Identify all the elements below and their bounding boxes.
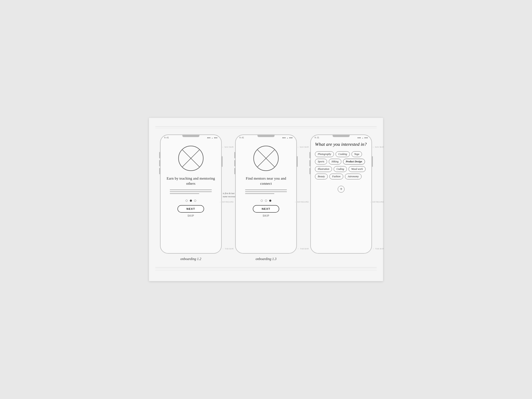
dot-1-2 [190,200,192,202]
dot-2-3 [269,200,271,202]
tag-illustration[interactable]: Illustration [315,166,332,172]
sketch-lines-1 [170,190,212,195]
keyboard-label-2: ← KEYBOARD [295,201,309,203]
screen-2-wrapper: ← NAV BAR ← KEYBOARD ← TAB BAR 9:41 ▪▪▪ … [235,134,297,261]
time-2: 9:41 [239,137,244,139]
signal-icons-1: ▪▪▪ ☁ ▪▪▪ [207,137,217,139]
keyboard-label-3: ← KEYBOARD [370,201,384,203]
pagination-dots-2 [261,200,271,202]
tab-bar-label-1: ← TAB BAR [222,248,234,250]
line-2-2 [245,191,287,192]
time-1: 9:41 [164,137,169,139]
tag-sports[interactable]: Sports [315,159,327,165]
tag-photography[interactable]: Photography [315,151,334,157]
add-interest-button[interactable]: + [338,186,344,193]
phone-frame-1: ← NAV BAR ← KEYBOARD ← TAB BAR 9:41 ▪▪▪ … [160,134,222,254]
notch-2 [258,135,274,137]
screen-3-wrapper: ← NAV BAR ← KEYBOARD ← TAB BAR 9:31 ▪▪▪ … [310,134,372,257]
signal-icons-3: ▪▪▪ ☁ ▪▪▪ [357,137,368,139]
dot-2-1 [261,200,263,202]
tags-container: Photography Cooking Yoga Sports Hiking P… [315,151,367,179]
tag-hiking[interactable]: Hiking [329,159,341,165]
line-3 [170,193,199,194]
line-2 [170,191,212,192]
screens-container: ← NAV BAR ← KEYBOARD ← TAB BAR 9:41 ▪▪▪ … [155,134,377,261]
dot-1-3 [194,200,196,202]
signal-icons-2: ▪▪▪ ☁ ▪▪▪ [282,137,293,139]
tag-yoga[interactable]: Yoga [352,151,362,157]
ruled-line-bottom [155,267,377,267]
nav-bar-label-2: ← NAV BAR [297,146,309,148]
next-button-1[interactable]: NEXT [177,205,204,213]
phone-content-3: What are you interested in? Photography … [311,139,372,197]
nav-bar-label-3: ← NAV BAR [372,146,384,148]
sketch-image-1 [177,145,205,172]
tag-cooking[interactable]: Cooking [336,151,350,157]
sketch-image-2 [252,145,280,172]
skip-button-1[interactable]: SKIP [188,214,194,217]
notch-1 [182,135,199,137]
interests-heading: What are you interested in? [315,141,367,147]
phone-content-2: Find mentors near you and connect NEXT S… [235,139,297,222]
time-3: 9:31 [315,137,319,139]
tag-coding[interactable]: Coding [334,166,347,172]
ruled-line-bottom-3 [155,270,377,271]
tag-wood-work[interactable]: Wood work [348,166,366,172]
page: ← NAV BAR ← KEYBOARD ← TAB BAR 9:41 ▪▪▪ … [149,118,383,281]
tag-beauty[interactable]: Beauty [315,174,328,179]
screen-2-heading: Find mentors near you and connect [240,176,292,186]
pagination-dots-1 [186,200,196,202]
tab-bar-label-2: ← TAB BAR [297,248,309,250]
line-1 [170,190,212,190]
phone-content-1: Earn by teaching and mentoring others NE… [160,139,221,222]
next-button-2[interactable]: NEXT [253,205,279,213]
tag-fashion[interactable]: Fashion [329,174,343,179]
tab-bar-label-3: ← TAB BAR [373,248,384,250]
line-2-3 [245,193,274,194]
screen-label-2: onboarding 1.3 [256,257,276,261]
skip-button-2[interactable]: SKIP [263,214,269,217]
screen-1-wrapper: ← NAV BAR ← KEYBOARD ← TAB BAR 9:41 ▪▪▪ … [160,134,222,261]
tag-product-design[interactable]: Product Design [343,159,365,165]
ruled-line-top-2 [155,128,377,128]
screen-label-1: onboarding 1.2 [180,257,201,261]
tag-astronomy[interactable]: Astronomy [345,174,361,179]
phone-frame-3: ← NAV BAR ← KEYBOARD ← TAB BAR 9:31 ▪▪▪ … [310,134,372,254]
nav-bar-label-1: ← NAV BAR [222,146,234,148]
keyboard-label-1: ← KEYBOARD [219,201,234,203]
line-2-1 [245,190,287,190]
notch-3 [333,135,350,137]
screen-1-heading: Earn by teaching and mentoring others [165,176,217,186]
phone-frame-2: ← NAV BAR ← KEYBOARD ← TAB BAR 9:41 ▪▪▪ … [235,134,297,254]
dot-1-1 [186,200,188,202]
sketch-lines-2 [245,190,287,195]
dot-2-2 [265,200,267,202]
